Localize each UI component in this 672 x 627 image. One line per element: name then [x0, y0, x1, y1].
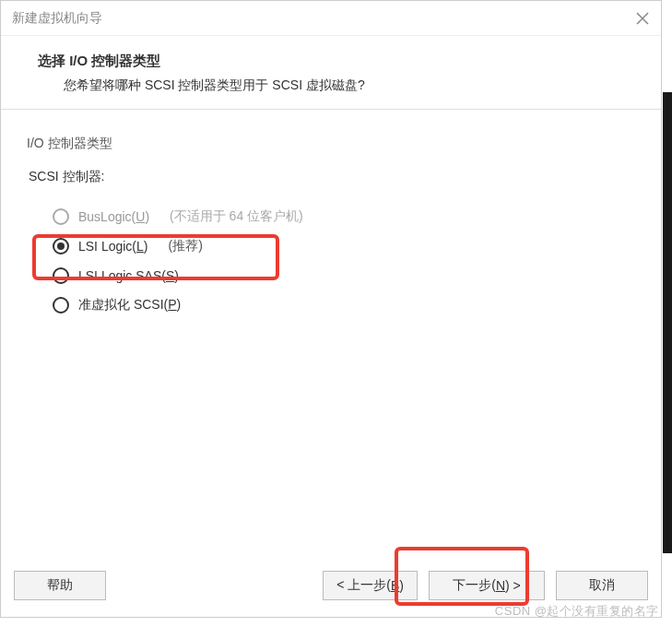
page-subtitle: 您希望将哪种 SCSI 控制器类型用于 SCSI 虚拟磁盘?: [38, 77, 624, 94]
next-button[interactable]: 下一步(N) >: [429, 571, 545, 600]
background-panel: [663, 92, 672, 553]
group-label: SCSI 控制器:: [27, 169, 635, 185]
back-button[interactable]: < 上一步(B): [323, 571, 418, 600]
help-button[interactable]: 帮助: [14, 571, 106, 600]
radio-icon: [53, 267, 69, 284]
radio-note: (推荐): [169, 238, 203, 254]
wizard-footer: 帮助 < 上一步(B) 下一步(N) > 取消: [1, 556, 661, 617]
radio-icon: [53, 297, 69, 314]
radio-option-buslogic: BusLogic(U) (不适用于 64 位客户机): [27, 202, 635, 231]
titlebar: 新建虚拟机向导: [1, 1, 661, 36]
radio-label: BusLogic(U): [78, 209, 149, 224]
page-title: 选择 I/O 控制器类型: [38, 53, 624, 70]
close-icon[interactable]: [635, 11, 650, 26]
wizard-header: 选择 I/O 控制器类型 您希望将哪种 SCSI 控制器类型用于 SCSI 虚拟…: [1, 36, 661, 110]
wizard-dialog: 新建虚拟机向导 选择 I/O 控制器类型 您希望将哪种 SCSI 控制器类型用于…: [0, 0, 662, 618]
radio-icon: [53, 208, 69, 225]
window-title: 新建虚拟机向导: [12, 10, 102, 27]
cancel-button[interactable]: 取消: [556, 571, 648, 600]
wizard-content: I/O 控制器类型 SCSI 控制器: BusLogic(U) (不适用于 64…: [1, 110, 661, 556]
radio-note: (不适用于 64 位客户机): [170, 208, 303, 225]
radio-option-lsilogic[interactable]: LSI Logic(L) (推荐): [27, 231, 635, 261]
radio-option-lsisas[interactable]: LSI Logic SAS(S): [27, 261, 635, 290]
radio-label: 准虚拟化 SCSI(P): [78, 297, 181, 314]
radio-option-pvscsi[interactable]: 准虚拟化 SCSI(P): [27, 290, 635, 320]
radio-icon: [53, 238, 69, 254]
radio-label: LSI Logic(L): [78, 239, 148, 254]
radio-label: LSI Logic SAS(S): [78, 268, 179, 283]
section-title: I/O 控制器类型: [27, 136, 635, 152]
